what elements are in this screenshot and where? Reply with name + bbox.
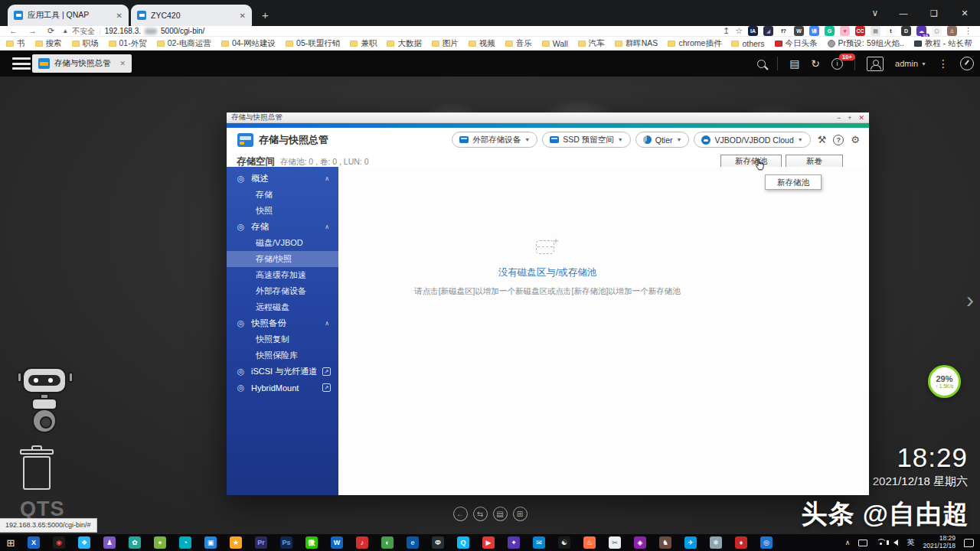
recycle-bin-icon[interactable] bbox=[20, 445, 54, 491]
dock-icon[interactable]: ▤ bbox=[493, 507, 508, 521]
toolbar-dropdown-button[interactable]: SSD 预留空间 ▼ bbox=[542, 132, 630, 148]
browser-tab[interactable]: 应用工具 | QNAP ✕ bbox=[8, 5, 129, 26]
tab-search-icon[interactable]: ∨ bbox=[862, 8, 888, 18]
background-tasks-icon[interactable]: ▤ bbox=[789, 58, 799, 69]
qts-taskbar-tab[interactable]: 存储与快照总管 ✕ bbox=[32, 54, 132, 73]
bookmark-item[interactable]: 职场 bbox=[72, 38, 99, 49]
extension-icon[interactable]: ⬡ bbox=[932, 26, 942, 36]
bookmark-item[interactable]: 教程 - 站长帮 bbox=[914, 38, 972, 49]
bookmark-item[interactable]: 书 bbox=[6, 38, 25, 49]
extension-icon[interactable]: t bbox=[886, 26, 896, 36]
empty-state-title[interactable]: 没有磁盘区与/或存储池 bbox=[338, 266, 756, 279]
taskbar-app-icon[interactable]: Pr bbox=[255, 536, 267, 549]
taskbar-app-icon[interactable]: ● bbox=[154, 536, 166, 549]
sidebar-item[interactable]: ◎ 快照备份 ∧ bbox=[227, 315, 338, 331]
toolbar-dropdown-button[interactable]: VJBOD/VJBOD Cloud ▼ bbox=[694, 132, 810, 148]
bookmark-item[interactable]: 大数据 bbox=[387, 38, 422, 49]
bookmark-item[interactable]: 02-电商运营 bbox=[157, 38, 211, 49]
ime-language-indicator[interactable]: 英 bbox=[906, 537, 914, 548]
sidebar-item[interactable]: ◎ 概述 ∧ bbox=[227, 171, 338, 187]
resource-monitor-badge[interactable]: 29% ↑ 1.5K/s bbox=[928, 365, 961, 398]
dialog-close-button[interactable]: ✕ bbox=[858, 114, 864, 122]
user-avatar[interactable] bbox=[867, 57, 884, 71]
extension-icon[interactable]: IA bbox=[748, 26, 758, 36]
taskbar-app-icon[interactable]: ▣ bbox=[204, 536, 217, 549]
taskbar-app-icon[interactable]: W bbox=[331, 536, 343, 549]
start-button[interactable]: ⊞ bbox=[0, 537, 21, 549]
new-tab-button[interactable]: + bbox=[254, 8, 278, 26]
bookmark-item[interactable]: 兼职 bbox=[350, 38, 377, 49]
bookmark-star-icon[interactable]: ☆ bbox=[735, 26, 743, 36]
window-maximize-button[interactable]: ❑ bbox=[919, 8, 949, 18]
bookmark-item[interactable]: chrome插件 bbox=[668, 38, 721, 49]
next-wallpaper-arrow[interactable]: › bbox=[966, 287, 974, 313]
main-menu-hamburger-icon[interactable] bbox=[12, 57, 31, 70]
bookmark-item[interactable]: 视频 bbox=[469, 38, 495, 49]
taskbar-app-icon[interactable]: Ps bbox=[280, 536, 292, 549]
window-minimize-button[interactable]: — bbox=[888, 8, 919, 18]
taskbar-app-icon[interactable]: ✈ bbox=[684, 536, 697, 549]
extension-icon[interactable]: 译 bbox=[809, 26, 819, 36]
url-field[interactable]: ▲ 不安全 | 192.168.3. 5000/cgi-bin/ bbox=[62, 26, 204, 37]
tray-clock[interactable]: 18:29 2021/12/18 bbox=[923, 535, 956, 550]
sidebar-item[interactable]: ◎ 磁盘/VJBOD bbox=[227, 235, 338, 251]
taskbar-app-icon[interactable]: ◉ bbox=[53, 536, 65, 549]
sidebar-item[interactable]: ◎ 快照 bbox=[227, 203, 338, 219]
tray-expand-icon[interactable]: ∧ bbox=[845, 539, 851, 546]
dock-icon[interactable]: ← bbox=[453, 507, 468, 521]
taskbar-app-icon[interactable]: ◈ bbox=[634, 536, 646, 549]
bookmark-item[interactable]: 汽车 bbox=[578, 38, 605, 49]
new-pool-dropdown-menu-item[interactable]: 新存储池 bbox=[765, 174, 822, 190]
settings-gear-icon[interactable]: ⚙ bbox=[849, 134, 861, 145]
taskbar-app-icon[interactable]: ♟ bbox=[103, 536, 116, 549]
taskbar-app-icon[interactable]: 微 bbox=[305, 536, 318, 549]
action-center-icon[interactable] bbox=[964, 539, 974, 547]
taskbar-app-icon[interactable]: ♦ bbox=[735, 536, 747, 549]
tab-close-icon[interactable]: ✕ bbox=[235, 11, 246, 20]
sidebar-item[interactable]: ◎ 高速缓存加速 bbox=[227, 267, 338, 283]
qts-tab-close-icon[interactable]: ✕ bbox=[120, 60, 126, 67]
sidebar-item[interactable]: ◎ 远程磁盘 bbox=[227, 299, 338, 315]
taskbar-app-icon[interactable]: ◔ bbox=[179, 536, 191, 549]
new-volume-button[interactable]: 新卷 bbox=[786, 155, 843, 168]
dock-icon[interactable]: ⇆ bbox=[473, 507, 488, 521]
taskbar-app-icon[interactable]: ✿ bbox=[129, 536, 141, 549]
sidebar-item[interactable]: ◎ 快照复制 bbox=[227, 331, 338, 347]
window-close-button[interactable]: ✕ bbox=[949, 8, 980, 18]
extension-icon[interactable]: ◢ bbox=[763, 26, 773, 36]
taskbar-app-icon[interactable]: ♪ bbox=[356, 536, 368, 549]
taskbar-app-icon[interactable]: ★ bbox=[230, 536, 242, 549]
taskbar-app-icon[interactable]: e bbox=[407, 536, 419, 549]
new-storage-pool-button[interactable]: 新存储池 bbox=[720, 155, 782, 168]
toolbar-dropdown-button[interactable]: 外部存储设备 ▼ bbox=[452, 132, 537, 148]
sidebar-item[interactable]: ◎ 存储 bbox=[227, 187, 338, 203]
volume-icon[interactable] bbox=[893, 540, 898, 546]
sidebar-item[interactable]: ◎ iSCSI 与光纤通道 ↗ bbox=[227, 364, 338, 380]
bookmark-item[interactable]: 今日头条 bbox=[775, 38, 818, 49]
bookmark-item[interactable]: 05-联盟行销 bbox=[286, 38, 340, 49]
taskbar-app-icon[interactable]: ♞ bbox=[659, 536, 671, 549]
notifications-icon[interactable]: i 10+ bbox=[831, 58, 843, 70]
bookmark-item[interactable]: Wall bbox=[542, 39, 568, 48]
toolbar-dropdown-button[interactable]: Qtier ▼ bbox=[635, 132, 690, 148]
taskbar-app-icon[interactable]: ❖ bbox=[78, 536, 90, 549]
sidebar-item[interactable]: ◎ 存储 ∧ bbox=[227, 219, 338, 235]
bookmark-item[interactable]: 图片 bbox=[432, 38, 459, 49]
extension-icon[interactable]: ▤ bbox=[871, 26, 880, 36]
taskbar-app-icon[interactable]: X bbox=[28, 536, 40, 549]
taskbar-app-icon[interactable]: ✉ bbox=[533, 536, 545, 549]
extension-icon[interactable]: ☁ 10 bbox=[916, 26, 926, 36]
share-icon[interactable]: ↥ bbox=[723, 26, 730, 36]
taskbar-app-icon[interactable]: ✂ bbox=[609, 536, 621, 549]
search-icon[interactable] bbox=[757, 60, 766, 68]
window-title-bar[interactable]: 存储与快照总管 − + ✕ bbox=[227, 112, 869, 123]
browser-menu-icon[interactable]: ⋮ bbox=[962, 26, 972, 36]
display-icon[interactable] bbox=[858, 540, 867, 546]
sidebar-item[interactable]: ◎ HybridMount ↗ bbox=[227, 380, 338, 396]
forward-button[interactable]: → bbox=[28, 26, 37, 36]
taskbar-app-icon[interactable]: ◎ bbox=[760, 536, 773, 549]
taskbar-app-icon[interactable]: ♨ bbox=[583, 536, 596, 549]
more-options-icon[interactable]: ⋮ bbox=[938, 58, 949, 69]
bookmark-item[interactable]: 01-外贸 bbox=[109, 38, 147, 49]
wifi-icon[interactable] bbox=[876, 539, 885, 546]
